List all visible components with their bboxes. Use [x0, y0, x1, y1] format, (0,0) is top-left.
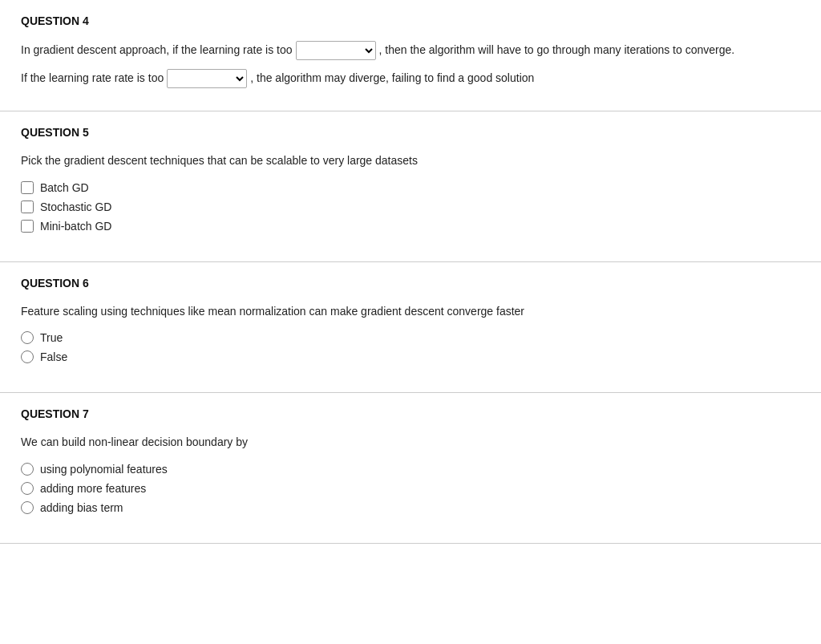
q4-line1-pre: In gradient descent approach, if the lea…: [21, 40, 293, 60]
question-5-header: QUESTION 5: [21, 126, 800, 139]
question-6-header: QUESTION 6: [21, 277, 800, 290]
q5-option2-label: Stochastic GD: [40, 200, 111, 213]
list-item: Mini-batch GD: [21, 220, 800, 233]
list-item: Batch GD: [21, 181, 800, 194]
question-7-block: QUESTION 7 We can build non-linear decis…: [0, 393, 821, 543]
question-5-text: Pick the gradient descent techniques tha…: [21, 152, 800, 169]
q7-option1-radio[interactable]: [21, 463, 34, 476]
q5-option3-label: Mini-batch GD: [40, 220, 111, 233]
question-6-block: QUESTION 6 Feature scaling using techniq…: [0, 262, 821, 393]
list-item: False: [21, 350, 800, 363]
question-7-text: We can build non-linear decision boundar…: [21, 433, 800, 451]
q6-option1-label: True: [40, 331, 63, 344]
q7-option2-label: adding more features: [40, 482, 146, 495]
q5-option2-checkbox[interactable]: [21, 200, 34, 213]
question-5-options: Batch GD Stochastic GD Mini-batch GD: [21, 181, 800, 233]
list-item: adding more features: [21, 482, 800, 495]
question-7-options: using polynomial features adding more fe…: [21, 463, 800, 514]
q5-option1-label: Batch GD: [40, 181, 89, 194]
q5-option3-checkbox[interactable]: [21, 220, 34, 233]
question-5-block: QUESTION 5 Pick the gradient descent tec…: [0, 111, 821, 261]
q4-line2: If the learning rate rate is too small l…: [21, 68, 800, 88]
list-item: Stochastic GD: [21, 200, 800, 213]
q5-option1-checkbox[interactable]: [21, 181, 34, 194]
q4-line2-pre: If the learning rate rate is too: [21, 68, 164, 88]
q4-line1: In gradient descent approach, if the lea…: [21, 40, 800, 60]
q7-option2-radio[interactable]: [21, 482, 34, 495]
question-7-header: QUESTION 7: [21, 407, 800, 420]
q6-option1-radio[interactable]: [21, 331, 34, 344]
question-4-header: QUESTION 4: [21, 14, 800, 27]
q4-dropdown1[interactable]: small large: [296, 41, 376, 60]
q4-dropdown2[interactable]: small large: [167, 69, 247, 88]
q6-option2-label: False: [40, 350, 67, 363]
q7-option3-radio[interactable]: [21, 501, 34, 514]
list-item: using polynomial features: [21, 463, 800, 476]
list-item: True: [21, 331, 800, 344]
question-4-block: QUESTION 4 In gradient descent approach,…: [0, 0, 821, 111]
q4-line1-post: , then the algorithm will have to go thr…: [379, 40, 735, 60]
q7-option1-label: using polynomial features: [40, 463, 168, 476]
question-6-text: Feature scaling using techniques like me…: [21, 302, 800, 320]
q7-option3-label: adding bias term: [40, 501, 123, 514]
question-6-options: True False: [21, 331, 800, 363]
q4-line2-post: , the algorithm may diverge, failing to …: [250, 68, 534, 88]
q6-option2-radio[interactable]: [21, 350, 34, 363]
list-item: adding bias term: [21, 501, 800, 514]
